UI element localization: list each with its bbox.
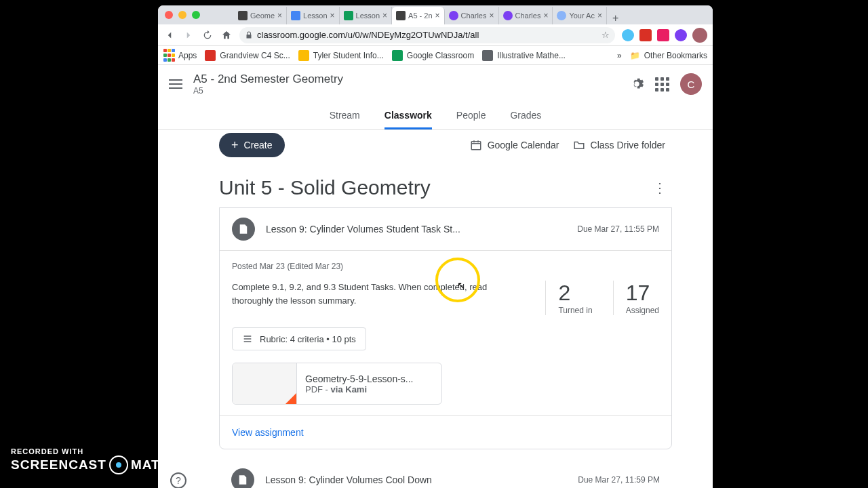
view-assignment-link[interactable]: View assignment: [220, 415, 671, 449]
screencast-watermark: RECORDED WITH SCREENCAST MATIC: [11, 447, 174, 474]
due-date: Due Mar 27, 11:55 PM: [577, 224, 659, 234]
apps-bookmark[interactable]: Apps: [163, 49, 197, 62]
close-icon[interactable]: ×: [330, 11, 335, 20]
browser-tab[interactable]: Geome×: [234, 7, 287, 24]
extension-icon[interactable]: [639, 29, 652, 41]
watermark-logo: [109, 455, 128, 474]
bookmark-bar: Apps Grandview C4 Sc... Tyler Student In…: [158, 46, 713, 65]
assignment-stats: 2 Turned in 17 Assigned: [545, 281, 659, 315]
home-button[interactable]: [220, 29, 233, 41]
close-icon[interactable]: ×: [435, 11, 440, 20]
stat-assigned[interactable]: 17 Assigned: [613, 281, 659, 315]
extension-icon[interactable]: [622, 29, 634, 41]
folder-icon: [573, 139, 585, 151]
profile-avatar[interactable]: [692, 28, 707, 43]
extension-icon[interactable]: [675, 29, 687, 41]
unit-title: Unit 5 - Solid Geometry: [219, 176, 648, 199]
maximize-window[interactable]: [192, 11, 200, 19]
bookmark-item[interactable]: Tyler Student Info...: [298, 50, 384, 61]
apps-icon[interactable]: [655, 77, 669, 92]
assignment-card-expanded: Lesson 9: Cylinder Volumes Student Task …: [219, 207, 672, 449]
browser-tabs: Geome× Lesson× Lesson× A5 - 2n× Charles×…: [234, 5, 624, 24]
assignment-icon: [232, 218, 255, 241]
browser-tab[interactable]: Lesson×: [287, 7, 340, 24]
url-input[interactable]: classroom.google.com/u/0/w/NDEyMzg2OTUwN…: [239, 27, 615, 43]
bookmark-item[interactable]: Google Classroom: [392, 50, 474, 61]
extension-icon[interactable]: [657, 29, 669, 41]
forward-button[interactable]: [182, 29, 195, 41]
folder-icon: 📁: [630, 51, 640, 60]
calendar-icon: [470, 139, 482, 151]
browser-tab[interactable]: Your Ac×: [553, 7, 607, 24]
browser-tab[interactable]: Lesson×: [340, 7, 393, 24]
unit-header[interactable]: Unit 5 - Solid Geometry ⋮: [219, 160, 672, 208]
extension-icons: [622, 28, 707, 43]
close-icon[interactable]: ×: [277, 11, 282, 20]
create-button[interactable]: + Create: [219, 133, 285, 157]
gear-icon[interactable]: [629, 77, 644, 92]
minimize-window[interactable]: [178, 11, 186, 19]
window-controls: [165, 11, 200, 19]
assignment-row[interactable]: Lesson 9: Cylinder Volumes Cool Down Due…: [219, 459, 672, 488]
more-icon[interactable]: ⋮: [648, 180, 672, 196]
close-icon[interactable]: ×: [543, 11, 548, 20]
assignment-body: Posted Mar 23 (Edited Mar 23) Complete 9…: [220, 251, 671, 415]
close-window[interactable]: [165, 11, 173, 19]
attachment-thumbnail: [233, 363, 297, 404]
due-date: Due Mar 27, 11:59 PM: [578, 475, 660, 485]
browser-tab-active[interactable]: A5 - 2n×: [392, 7, 444, 24]
url-text: classroom.google.com/u/0/w/NDEyMzg2OTUwN…: [257, 30, 479, 40]
tab-people[interactable]: People: [456, 103, 486, 129]
tab-classwork[interactable]: Classwork: [384, 103, 432, 129]
rubric-icon: [242, 333, 253, 344]
class-header: A5 - 2nd Semester Geometry A5 C: [158, 65, 713, 103]
lock-icon: [245, 31, 253, 39]
plus-icon: +: [231, 139, 239, 151]
classwork-content: ↖ Unit 5 - Solid Geometry ⋮ Lesson 9: Cy…: [158, 160, 713, 488]
tab-grades[interactable]: Grades: [510, 103, 541, 129]
assignment-icon: [231, 468, 254, 488]
help-button[interactable]: ?: [170, 472, 186, 488]
bookmark-item[interactable]: Grandview C4 Sc...: [205, 50, 290, 61]
new-tab-button[interactable]: +: [607, 12, 624, 24]
browser-window: Geome× Lesson× Lesson× A5 - 2n× Charles×…: [158, 5, 713, 488]
stat-turned-in[interactable]: 2 Turned in: [545, 281, 592, 315]
assignment-title: Lesson 9: Cylinder Volumes Student Task …: [266, 224, 566, 235]
class-nav-tabs: Stream Classwork People Grades: [158, 103, 713, 130]
close-icon[interactable]: ×: [382, 11, 387, 20]
posted-date: Posted Mar 23 (Edited Mar 23): [232, 262, 659, 271]
browser-tab[interactable]: Charles×: [499, 7, 553, 24]
menu-icon[interactable]: [169, 79, 182, 89]
back-button[interactable]: [163, 29, 176, 41]
attachment-type: PDF - via Kami: [305, 384, 414, 394]
browser-tab[interactable]: Charles×: [445, 7, 499, 24]
tab-bar: Geome× Lesson× Lesson× A5 - 2n× Charles×…: [158, 5, 713, 24]
user-avatar[interactable]: C: [680, 73, 702, 95]
other-bookmarks[interactable]: 📁Other Bookmarks: [630, 51, 707, 60]
rubric-chip[interactable]: Rubric: 4 criteria • 10 pts: [232, 327, 366, 350]
assignment-header[interactable]: Lesson 9: Cylinder Volumes Student Task …: [220, 208, 671, 251]
assignment-description: Complete 9.1, 9.2, and 9.3 Student Tasks…: [232, 281, 525, 315]
attachment-card[interactable]: Geometry-5-9-Lesson-s... PDF - via Kami: [232, 363, 442, 405]
drive-folder-link[interactable]: Class Drive folder: [573, 139, 665, 151]
attachment-name: Geometry-5-9-Lesson-s...: [305, 373, 414, 384]
bookmark-item[interactable]: Illustrative Mathe...: [482, 50, 566, 61]
close-icon[interactable]: ×: [597, 11, 602, 20]
bookmark-overflow[interactable]: »: [617, 51, 622, 60]
tab-stream[interactable]: Stream: [330, 103, 360, 129]
svg-rect-0: [471, 142, 481, 150]
address-bar: classroom.google.com/u/0/w/NDEyMzg2OTUwN…: [158, 24, 713, 46]
classwork-toolbar: + Create Google Calendar Class Drive fol…: [158, 130, 713, 160]
assignment-title: Lesson 9: Cylinder Volumes Cool Down: [265, 474, 567, 485]
star-icon[interactable]: ☆: [601, 30, 610, 40]
close-icon[interactable]: ×: [489, 11, 494, 20]
reload-button[interactable]: [201, 29, 214, 41]
class-title[interactable]: A5 - 2nd Semester Geometry A5: [193, 73, 618, 96]
google-calendar-link[interactable]: Google Calendar: [470, 139, 559, 151]
